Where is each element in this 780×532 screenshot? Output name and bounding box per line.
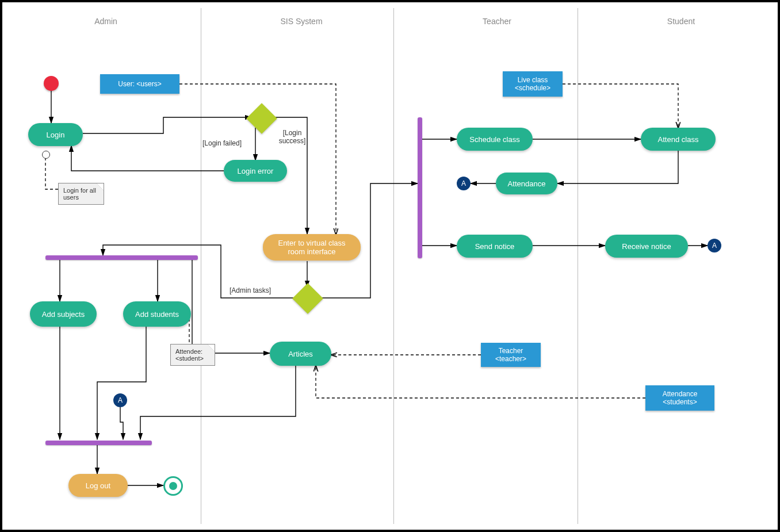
object-teacher: Teacher <teacher>	[481, 343, 541, 367]
object-attendance-students: Attendance <students>	[645, 385, 714, 411]
activity-schedule-class: Schedule class	[457, 128, 533, 151]
connector-a-teacher: A	[457, 177, 471, 190]
lane-sis-label: SIS System	[244, 17, 359, 26]
fork-admin	[45, 255, 198, 260]
initial-node	[44, 76, 59, 91]
activity-articles: Articles	[270, 342, 331, 366]
guard-login-success: [Login success]	[275, 129, 309, 145]
note-login-all: Login for all users	[58, 183, 104, 205]
activity-attendance: Attendance	[496, 173, 557, 194]
lane-sep-3	[578, 8, 578, 524]
decision-login	[246, 103, 277, 134]
activity-login-error: Login error	[224, 160, 287, 182]
connector-a-in: A	[113, 393, 127, 407]
diagram-frame: Admin SIS System Teacher Student	[0, 0, 780, 532]
final-node	[163, 476, 183, 496]
activity-add-subjects: Add subjects	[30, 301, 97, 327]
activity-send-notice: Send notice	[457, 235, 533, 258]
guard-login-failed: [Login failed]	[202, 139, 242, 147]
note-attendee: Attendee: <student>	[170, 344, 215, 366]
activity-receive-notice: Receive notice	[605, 235, 688, 258]
join-admin	[45, 441, 152, 445]
activity-log-out: Log out	[68, 474, 128, 497]
guard-admin-tasks: [Admin tasks]	[230, 286, 271, 294]
note-anchor	[42, 151, 50, 159]
connector-a-student: A	[708, 239, 721, 252]
lane-sep-2	[393, 8, 394, 524]
activity-enter-vc: Enter to virtual class room interface	[263, 234, 361, 261]
activity-login: Login	[28, 123, 83, 146]
lane-admin-label: Admin	[48, 17, 163, 26]
fork-teacher-student	[418, 117, 422, 258]
diagram-canvas: Admin SIS System Teacher Student	[2, 2, 778, 530]
decision-role	[292, 283, 323, 314]
lane-teacher-label: Teacher	[439, 17, 555, 26]
lane-sep-1	[201, 8, 201, 524]
lane-student-label: Student	[624, 17, 739, 26]
object-live-class: Live class <schedule>	[503, 71, 563, 97]
activity-add-students: Add students	[123, 301, 191, 327]
object-user: User: <users>	[100, 74, 179, 94]
activity-attend-class: Attend class	[641, 128, 716, 151]
